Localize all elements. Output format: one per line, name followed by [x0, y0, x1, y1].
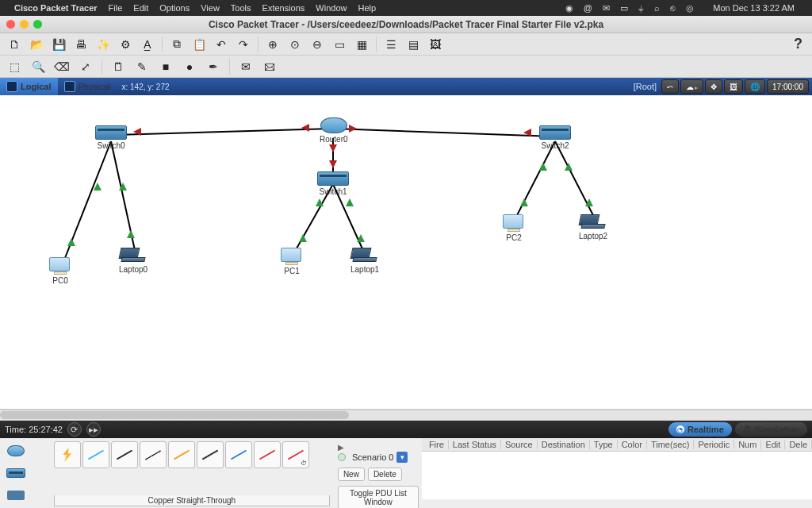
menu-window[interactable]: Window [316, 3, 347, 13]
complex-pdu-icon[interactable]: 🖂 [260, 57, 279, 76]
cable-serial-dte-icon[interactable]: ⏱ [282, 441, 309, 468]
note-icon[interactable]: 🗒 [109, 57, 128, 76]
zoom-in-icon[interactable]: ⊕ [263, 35, 282, 54]
cable-serial-dce-icon[interactable] [254, 441, 281, 468]
undo-icon[interactable]: ↶ [212, 35, 231, 54]
col-edit[interactable]: Edit [761, 440, 785, 449]
cable-auto-icon[interactable] [54, 441, 81, 468]
inspect-icon[interactable]: 🔍 [29, 57, 48, 76]
scenario-delete-button[interactable]: Delete [368, 468, 402, 481]
simple-pdu-icon[interactable]: ✉︎ [236, 57, 255, 76]
cable-coax-icon[interactable] [225, 441, 252, 468]
device-switch2[interactable]: Switch2 [539, 125, 571, 150]
pdu-body[interactable] [422, 452, 812, 499]
help-icon[interactable]: ? [794, 36, 802, 52]
at-icon[interactable]: @ [584, 3, 592, 13]
copy-icon[interactable]: ⧉ [167, 35, 186, 54]
ellipse-fill-icon[interactable]: ● [180, 57, 199, 76]
col-type[interactable]: Type [590, 440, 618, 449]
zoom-reset-icon[interactable]: ⊙ [285, 35, 304, 54]
device-pc2[interactable]: PC2 [503, 214, 525, 242]
delete-icon[interactable]: ⌫ [52, 57, 71, 76]
battery-icon[interactable]: ▭ [620, 3, 628, 13]
pencil-icon[interactable]: ✎ [132, 57, 151, 76]
device-router0[interactable]: Router0 [320, 117, 348, 144]
nav-move-icon[interactable]: ✥ [705, 79, 722, 94]
play-icon[interactable]: ▶ [338, 443, 344, 452]
app-name[interactable]: Cisco Packet Tracer [14, 3, 98, 13]
redo-icon[interactable]: ↷ [234, 35, 253, 54]
controlcenter-icon[interactable]: ⎋ [670, 3, 676, 13]
cable-fiber-icon[interactable] [168, 441, 195, 468]
open-file-icon[interactable]: 📂 [27, 35, 46, 54]
zoom-out-icon[interactable]: ⊖ [308, 35, 327, 54]
device-pc1[interactable]: PC1 [281, 248, 303, 275]
record-icon[interactable]: ◉ [565, 3, 573, 13]
siri-icon[interactable]: ◎ [686, 3, 694, 13]
col-num[interactable]: Num [734, 440, 761, 449]
root-label[interactable]: [Root] [634, 82, 657, 91]
power-cycle-icon[interactable]: ⟳ [67, 422, 82, 437]
realtime-tab[interactable]: ◔ Realtime [668, 422, 732, 437]
device-pc0[interactable]: PC0 [49, 257, 71, 285]
activity-icon[interactable]: ⚙︎ [116, 35, 135, 54]
menu-help[interactable]: Help [358, 3, 376, 13]
text-tool-icon[interactable]: A̲ [138, 35, 157, 54]
print-icon[interactable]: 🖶 [71, 35, 90, 54]
col-fire[interactable]: Fire [425, 440, 449, 449]
freeform-icon[interactable]: ✒︎ [204, 57, 223, 76]
col-timesec[interactable]: Time(sec) [647, 440, 694, 449]
cable-console-icon[interactable] [82, 441, 109, 468]
paste-icon[interactable]: 📋 [190, 35, 209, 54]
palette-icon[interactable]: ▦ [352, 35, 371, 54]
device-laptop0[interactable]: Laptop0 [119, 248, 147, 274]
col-destination[interactable]: Destination [538, 440, 590, 449]
mail-icon[interactable]: ✉︎ [603, 3, 610, 13]
logical-tab[interactable]: Logical [0, 78, 58, 95]
menu-view[interactable]: View [201, 3, 220, 13]
cable-phone-icon[interactable] [197, 441, 224, 468]
scenario-dropdown-icon[interactable]: ▾ [396, 452, 408, 463]
menu-extensions[interactable]: Extensions [262, 3, 305, 13]
new-file-icon[interactable]: 🗋 [5, 35, 24, 54]
col-periodic[interactable]: Periodic [694, 440, 734, 449]
canvas-h-scrollbar[interactable] [0, 410, 812, 421]
menu-edit[interactable]: Edit [133, 3, 148, 13]
table-icon[interactable]: ▤ [404, 35, 423, 54]
viewport-icon[interactable]: 🌐 [745, 79, 765, 94]
rect-fill-icon[interactable]: ■ [156, 57, 175, 76]
device-switch1[interactable]: Switch1 [317, 171, 349, 196]
col-laststatus[interactable]: Last Status [449, 440, 501, 449]
draw-rect-icon[interactable]: ▭ [330, 35, 349, 54]
col-color[interactable]: Color [618, 440, 647, 449]
topology-canvas[interactable]: Switch0 Router0 Switch2 Switch1 PC0 Lapt… [0, 95, 812, 410]
simulation-tab[interactable]: ⏱ Simulation [735, 422, 807, 437]
nav-back-icon[interactable]: ⤺ [661, 79, 679, 94]
select-marquee-icon[interactable]: ⬚ [5, 57, 24, 76]
menubar-clock[interactable]: Mon Dec 13 3:22 AM [713, 3, 795, 13]
menu-options[interactable]: Options [159, 3, 190, 13]
cat-router-icon[interactable] [5, 441, 27, 460]
physical-tab[interactable]: Physical [58, 78, 117, 95]
nav-bg-icon[interactable]: 🖼 [724, 79, 743, 94]
resize-icon[interactable]: ⤢ [76, 57, 95, 76]
device-switch0[interactable]: Switch0 [95, 125, 127, 150]
list-icon[interactable]: ☰ [381, 35, 400, 54]
col-source[interactable]: Source [501, 440, 538, 449]
device-laptop2[interactable]: Laptop2 [579, 214, 607, 241]
search-icon[interactable]: ⌕ [654, 3, 660, 13]
cable-straight-icon[interactable] [111, 441, 138, 468]
menu-file[interactable]: File [109, 3, 123, 13]
image-icon[interactable]: 🖼 [426, 35, 445, 54]
toggle-pdu-button[interactable]: Toggle PDU List Window [338, 486, 419, 508]
cat-switch-icon[interactable] [5, 464, 27, 483]
wizard-icon[interactable]: ✨ [94, 35, 113, 54]
device-laptop1[interactable]: Laptop1 [350, 248, 379, 274]
cable-cross-icon[interactable] [140, 441, 167, 468]
menu-tools[interactable]: Tools [231, 3, 251, 13]
col-delete[interactable]: Dele [785, 440, 812, 449]
scenario-new-button[interactable]: New [338, 468, 365, 481]
fast-forward-icon[interactable]: ▸▸ [86, 422, 101, 437]
save-icon[interactable]: 💾 [49, 35, 68, 54]
nav-cluster-icon[interactable]: ☁︎₊ [680, 79, 703, 94]
